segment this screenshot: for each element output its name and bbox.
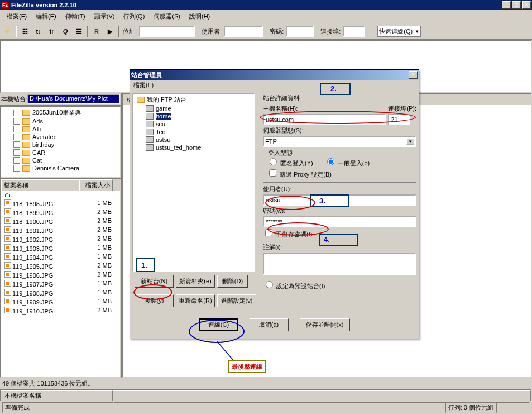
port-label-dlg: 連接埠(P): bbox=[388, 104, 416, 113]
addr-input[interactable] bbox=[139, 26, 195, 37]
main-toolbar: ⚡ ☷ t↓ t↑ Q ☰ R ▶ 位址: 使用者: 密碼: 連接埠: 快速連線… bbox=[0, 23, 532, 40]
new-folder-button[interactable]: 新資料夾(e) bbox=[176, 275, 215, 288]
menu-help[interactable]: 說明(H) bbox=[185, 11, 214, 22]
site-tree[interactable]: 我的 FTP 站台 gamehomescuTedustsuustsu_ted_h… bbox=[132, 93, 255, 272]
comment-textarea[interactable] bbox=[263, 253, 416, 275]
minimize-button[interactable]: _ bbox=[502, 1, 511, 9]
local-path-input[interactable]: D:\Hua's Documents\My Pict bbox=[27, 94, 120, 104]
save-exit-button[interactable]: 儲存並離開(x) bbox=[300, 318, 350, 331]
site-item[interactable]: scu bbox=[135, 120, 253, 128]
tree-folder[interactable]: 2005Jun10畢業典 bbox=[2, 108, 119, 117]
tree-folder[interactable]: Ads bbox=[2, 117, 119, 125]
main-titlebar: Fz FileZilla version 2.2.10 _ □ × bbox=[0, 0, 532, 10]
file-row[interactable]: 119_1906.JPG2 MB bbox=[1, 270, 120, 279]
site-item[interactable]: home bbox=[135, 112, 253, 120]
annotation-oval-pass bbox=[267, 222, 329, 236]
dialog-menu-file[interactable]: 檔案(F) bbox=[133, 82, 154, 88]
port-input[interactable] bbox=[343, 26, 365, 37]
menu-queue[interactable]: 佇列(Q) bbox=[119, 11, 149, 22]
process-icon[interactable]: ▶ bbox=[104, 25, 116, 37]
refresh-icon[interactable]: R bbox=[90, 25, 103, 37]
normal-radio[interactable]: 一般登入(o) bbox=[324, 156, 370, 168]
menu-view[interactable]: 顯示(V) bbox=[90, 11, 119, 22]
site-item[interactable]: game bbox=[135, 104, 253, 112]
status-ready: 準備完成 bbox=[2, 402, 114, 413]
delete-button[interactable]: 刪除(D) bbox=[217, 275, 248, 288]
menu-edit[interactable]: 編輯(E) bbox=[31, 11, 61, 22]
file-row[interactable]: 119_1909.JPG1 MB bbox=[1, 297, 120, 306]
file-row[interactable]: 118_1899.JPG2 MB bbox=[1, 208, 120, 217]
local-site-label: 本機站台: bbox=[1, 95, 27, 103]
tree-folder[interactable]: Dennis's Camera bbox=[2, 164, 119, 172]
logon-group-label: 登入型態 bbox=[267, 149, 294, 157]
advanced-button[interactable]: 進階設定(v) bbox=[217, 294, 256, 307]
default-site-radio[interactable]: 設定為預設站台(f) bbox=[263, 279, 416, 291]
local-file-list[interactable]: 檔案名稱 檔案大小 🗀.. 118_1898.JPG1 MB118_1899.J… bbox=[0, 178, 121, 378]
maximize-button[interactable]: □ bbox=[512, 1, 521, 9]
comment-label: 註解(i): bbox=[263, 243, 416, 251]
tree2-icon[interactable]: t↑ bbox=[46, 25, 58, 37]
anon-radio[interactable]: 匿名登入(Y) bbox=[267, 156, 313, 168]
menu-file[interactable]: 檔案(F) bbox=[2, 11, 31, 22]
pass-input[interactable] bbox=[286, 26, 314, 37]
file-row[interactable]: 118_1900.JPG2 MB bbox=[1, 217, 120, 226]
tcol-local[interactable]: 本機檔案名稱 bbox=[1, 390, 113, 401]
user-input[interactable] bbox=[224, 26, 263, 37]
user-label: 使用者: bbox=[202, 27, 222, 36]
local-tree[interactable]: 2005Jun10畢業典AdsATiAveratecbirthdayCARCat… bbox=[0, 106, 121, 178]
file-row[interactable]: 119_1902.JPG2 MB bbox=[1, 235, 120, 244]
file-row[interactable]: 118_1898.JPG1 MB bbox=[1, 199, 120, 208]
dialog-title: 站台管理員 bbox=[131, 71, 409, 79]
file-row[interactable]: 119_1907.JPG1 MB bbox=[1, 279, 120, 288]
annotation-final: 最後壓連線 bbox=[228, 360, 266, 373]
app-title: FileZilla version 2.2.10 bbox=[11, 2, 502, 8]
annotation-3: 3. bbox=[319, 197, 325, 205]
bypass-checkbox[interactable]: 略過 Proxy 設定(B) bbox=[267, 171, 332, 178]
up-dir[interactable]: 🗀.. bbox=[2, 191, 80, 199]
site-item[interactable]: ustsu_ted_home bbox=[135, 144, 253, 151]
tree-folder[interactable]: Cat bbox=[2, 156, 119, 164]
tree-folder[interactable]: Averatec bbox=[2, 133, 119, 141]
site-tree-root[interactable]: 我的 FTP 站台 bbox=[135, 95, 253, 104]
file-row[interactable]: 119_1910.JPG2 MB bbox=[1, 306, 120, 315]
site-item[interactable]: Ted bbox=[135, 128, 253, 136]
tree-folder[interactable]: birthday bbox=[2, 141, 119, 149]
close-button[interactable]: × bbox=[522, 1, 531, 9]
port-label: 連接埠: bbox=[320, 27, 341, 36]
col-filename[interactable]: 檔案名稱 bbox=[1, 179, 79, 191]
disconnect-icon[interactable]: ⚡ bbox=[1, 25, 13, 37]
svg-line-0 bbox=[217, 341, 233, 360]
queue-icon[interactable]: Q bbox=[59, 25, 71, 37]
col-filesize[interactable]: 檔案大小 bbox=[79, 179, 113, 191]
site-item[interactable]: ustsu bbox=[135, 136, 253, 144]
file-row[interactable]: 119_1905.JPG2 MB bbox=[1, 261, 120, 270]
status-queue: 佇列: 0 個位元組 bbox=[445, 402, 496, 413]
annotation-oval-user bbox=[265, 196, 315, 210]
annotation-4: 4. bbox=[324, 235, 330, 244]
rename-button[interactable]: 重新命名(R) bbox=[176, 294, 215, 307]
log-icon[interactable]: ☰ bbox=[73, 25, 85, 37]
tree-folder[interactable]: CAR bbox=[2, 149, 119, 156]
pass-label: 密碼: bbox=[270, 27, 284, 36]
annotation-oval-host bbox=[260, 111, 416, 124]
dialog-close-button[interactable]: × bbox=[409, 71, 418, 79]
tree-folder[interactable]: ATi bbox=[2, 125, 119, 133]
cancel-button[interactable]: 取消(a) bbox=[250, 318, 289, 331]
user-label-dlg: 使用者(U): bbox=[263, 185, 416, 193]
annotation-1: 1. bbox=[141, 261, 147, 269]
sitemanager-icon[interactable]: ☷ bbox=[19, 25, 31, 37]
menu-transfer[interactable]: 傳輸(T) bbox=[61, 11, 90, 22]
file-row[interactable]: 119_1908.JPG1 MB bbox=[1, 288, 120, 297]
local-status: 49 個檔案共 101158436 位元組。 bbox=[0, 378, 532, 389]
annotation-2: 2. bbox=[330, 84, 337, 93]
servertype-select[interactable]: FTP▼ bbox=[263, 136, 416, 147]
file-row[interactable]: 119_1901.JPG2 MB bbox=[1, 226, 120, 235]
tree-icon[interactable]: t↓ bbox=[32, 25, 45, 37]
annotation-oval-connect bbox=[189, 320, 245, 343]
app-icon: Fz bbox=[1, 1, 9, 9]
quickconnect-button[interactable]: 快速連線(Q)▼ bbox=[377, 26, 421, 37]
file-row[interactable]: 119_1904.JPG1 MB bbox=[1, 253, 120, 261]
file-row[interactable]: 119_1903.JPG1 MB bbox=[1, 244, 120, 253]
addr-label: 位址: bbox=[123, 27, 137, 36]
menu-server[interactable]: 伺服器(S) bbox=[149, 11, 185, 22]
